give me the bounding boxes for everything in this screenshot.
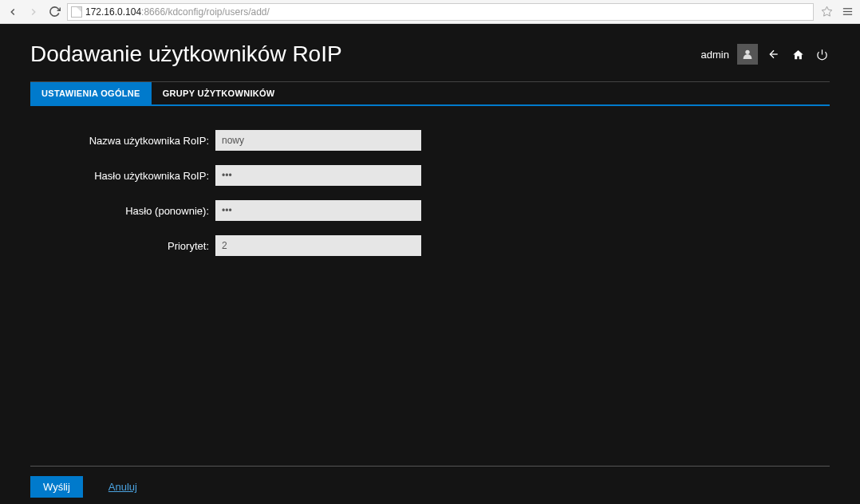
row-password-confirm: Hasło (ponownie): (30, 200, 830, 221)
input-priority[interactable] (215, 235, 421, 256)
page-icon (71, 6, 82, 18)
tab-bar: USTAWIENIA OGÓLNE GRUPY UŻYTKOWNIKÓW (30, 82, 830, 106)
tab-general-settings[interactable]: USTAWIENIA OGÓLNE (30, 82, 152, 104)
svg-point-4 (745, 50, 749, 54)
submit-button[interactable]: Wyślij (30, 476, 83, 498)
app-content: Dodawanie użytkowników RoIP admin USTAWI… (0, 24, 860, 504)
footer-actions: Wyślij Anuluj (30, 476, 830, 498)
hamburger-menu-icon[interactable] (839, 4, 855, 20)
power-button[interactable] (814, 46, 830, 62)
input-password[interactable] (215, 165, 421, 186)
row-password: Hasło użytkownika RoIP: (30, 165, 830, 186)
svg-marker-0 (822, 6, 832, 16)
header-actions: admin (701, 44, 830, 65)
forward-button[interactable] (26, 4, 41, 20)
footer-divider (30, 466, 830, 467)
current-user-label: admin (701, 49, 729, 61)
user-menu-button[interactable] (737, 44, 758, 65)
input-username[interactable] (215, 130, 421, 151)
form-area: Nazwa użytkownika RoIP: Hasło użytkownik… (30, 106, 830, 256)
address-bar[interactable]: 172.16.0.104:8666/kdconfig/roip/users/ad… (67, 3, 814, 21)
cancel-link[interactable]: Anuluj (108, 481, 137, 493)
label-username: Nazwa użytkownika RoIP: (30, 135, 215, 147)
input-password-confirm[interactable] (215, 200, 421, 221)
footer: Wyślij Anuluj (30, 466, 830, 498)
url-text: 172.16.0.104:8666/kdconfig/roip/users/ad… (85, 6, 270, 18)
browser-toolbar: 172.16.0.104:8666/kdconfig/roip/users/ad… (0, 0, 860, 24)
back-button[interactable] (5, 4, 21, 20)
label-password-confirm: Hasło (ponownie): (30, 205, 215, 217)
bookmark-star-icon[interactable] (819, 4, 834, 20)
reload-button[interactable] (46, 4, 62, 20)
home-button[interactable] (790, 46, 806, 62)
label-password: Hasło użytkownika RoIP: (30, 170, 215, 182)
page-header: Dodawanie użytkowników RoIP admin (30, 41, 830, 67)
label-priority: Priorytet: (30, 240, 215, 252)
tab-user-groups[interactable]: GRUPY UŻYTKOWNIKÓW (152, 82, 286, 104)
row-priority: Priorytet: (30, 235, 830, 256)
back-arrow-button[interactable] (766, 46, 782, 62)
row-username: Nazwa użytkownika RoIP: (30, 130, 830, 151)
page-title: Dodawanie użytkowników RoIP (30, 41, 342, 67)
